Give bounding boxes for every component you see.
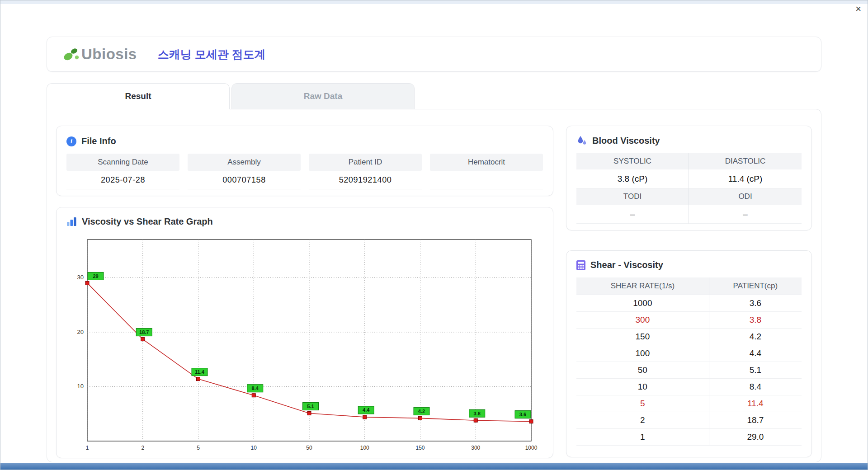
systolic-value: 3.8 (cP) [576,169,689,188]
page: Ubiosis 스캐닝 모세관 점도계 Result Raw Data i Fi… [0,37,868,462]
table-row: 1504.2 [576,328,802,345]
patient-cell: 29.0 [709,428,802,445]
todi-value: – [576,205,689,224]
column-header-patient: PATIENT(cp) [709,277,802,295]
column-header-shear-rate: SHEAR RATE(1/s) [576,277,709,295]
left-column: i File Info Scanning Date 2025-07-28 Ass… [56,126,553,462]
field-label: Assembly [188,154,301,171]
svg-text:29: 29 [93,273,98,279]
leaf-icon [62,47,80,62]
brand-text: Ubiosis [81,46,137,63]
svg-text:18.7: 18.7 [139,329,149,335]
viscosity-chart: 125105010015030010001020302918.711.48.45… [66,234,541,455]
patient-cell: 18.7 [709,412,802,428]
graph-card: Viscosity vs Shear Rate Graph 1251050100… [56,207,553,458]
svg-text:100: 100 [360,445,369,451]
patient-cell: 8.4 [709,378,802,395]
table-row: 218.7 [576,412,802,428]
shear-cell: 50 [576,362,709,378]
shear-viscosity-card: Shear - Viscosity SHEAR RATE(1/s) PATIEN… [566,250,812,457]
patient-cell: 3.8 [709,311,802,328]
diastolic-value: 11.4 (cP) [689,169,802,188]
svg-text:1: 1 [86,445,89,451]
shear-table-body: 10003.6 3003.8 1504.2 1004.4 505.1 108.4… [576,295,802,445]
app-header: Ubiosis 스캐닝 모세관 점도계 [47,37,821,72]
patient-cell: 3.6 [709,295,802,311]
shear-cell: 300 [576,311,709,328]
shear-cell: 100 [576,345,709,362]
tab-raw-data[interactable]: Raw Data [231,83,415,109]
close-button[interactable]: × [855,4,861,14]
svg-text:5.1: 5.1 [307,404,314,409]
file-info-title: File Info [81,136,116,146]
field-value: 000707158 [188,171,301,189]
patient-cell: 11.4 [709,395,802,412]
droplet-icon [576,135,587,146]
info-icon: i [66,136,76,146]
field-label: Hematocrit [430,154,543,171]
field-label: Scanning Date [66,154,179,171]
file-info-fields: Scanning Date 2025-07-28 Assembly 000707… [66,154,543,189]
shear-viscosity-title-row: Shear - Viscosity [576,260,802,270]
svg-text:150: 150 [415,445,425,451]
systolic-label: SYSTOLIC [576,153,689,169]
field-label: Patient ID [309,154,422,171]
calculator-icon [576,260,585,270]
patient-cell: 5.1 [709,362,802,378]
field-assembly: Assembly 000707158 [188,154,301,189]
svg-text:50: 50 [306,445,312,451]
svg-text:20: 20 [77,329,84,335]
table-row: 1004.4 [576,345,802,362]
todi-label: TODI [576,188,689,205]
field-value: 2025-07-28 [66,171,179,189]
svg-text:10: 10 [251,445,257,451]
svg-text:4.2: 4.2 [418,409,425,414]
field-scanning-date: Scanning Date 2025-07-28 [66,154,179,189]
blood-viscosity-card: Blood Viscosity SYSTOLIC DIASTOLIC 3.8 (… [566,126,812,230]
svg-text:2: 2 [141,445,144,451]
shear-cell: 1000 [576,295,709,311]
shear-cell: 150 [576,328,709,345]
table-row: 108.4 [576,378,802,395]
table-header-row: SHEAR RATE(1/s) PATIENT(cp) [576,277,802,295]
tab-result[interactable]: Result [47,83,230,109]
svg-text:11.4: 11.4 [195,369,205,375]
svg-text:30: 30 [77,274,84,281]
blood-viscosity-title-row: Blood Viscosity [576,135,802,146]
patient-cell: 4.2 [709,328,802,345]
app-window: × Ubiosis 스캐닝 모세관 점도계 Result Raw Data [0,0,868,470]
field-patient-id: Patient ID 52091921400 [309,154,422,189]
shear-cell: 5 [576,395,709,412]
tab-result-label: Result [125,91,151,101]
svg-text:300: 300 [471,445,480,451]
patient-cell: 4.4 [709,345,802,362]
desktop-strip [0,463,868,470]
svg-text:10: 10 [77,383,84,390]
page-title: 스캐닝 모세관 점도계 [158,47,266,62]
svg-text:5: 5 [197,445,200,451]
tab-raw-data-label: Raw Data [304,91,343,101]
shear-cell: 1 [576,428,709,445]
svg-text:3.6: 3.6 [519,412,526,417]
svg-text:4.4: 4.4 [363,407,370,413]
shear-viscosity-title: Shear - Viscosity [590,260,663,270]
result-panel: i File Info Scanning Date 2025-07-28 Ass… [47,109,821,462]
window-top-strip [0,0,868,4]
field-hematocrit: Hematocrit [430,154,543,189]
graph-title-row: Viscosity vs Shear Rate Graph [66,216,543,227]
svg-text:8.4: 8.4 [252,385,259,391]
ubiosis-logo: Ubiosis [62,46,137,63]
field-value: 52091921400 [309,171,422,189]
field-value [430,171,543,189]
diastolic-label: DIASTOLIC [689,153,802,169]
tab-bar: Result Raw Data [47,83,821,109]
file-info-title-row: i File Info [66,136,543,146]
table-row: 3003.8 [576,311,802,328]
right-column: Blood Viscosity SYSTOLIC DIASTOLIC 3.8 (… [566,126,812,462]
svg-text:1000: 1000 [525,445,538,451]
table-row: 505.1 [576,362,802,378]
shear-viscosity-table: SHEAR RATE(1/s) PATIENT(cp) 10003.6 3003… [576,277,802,446]
table-row: 511.4 [576,395,802,412]
table-row: 129.0 [576,428,802,445]
table-row: 10003.6 [576,295,802,311]
